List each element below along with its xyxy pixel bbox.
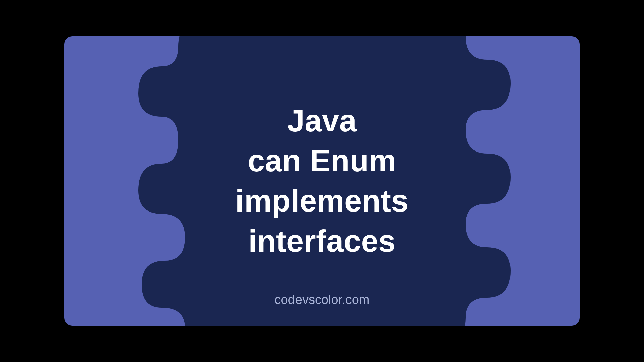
title-container: Java can Enum implements interfaces (64, 36, 580, 326)
banner-card: Java can Enum implements interfaces code… (64, 36, 580, 326)
title-line-1: Java (287, 101, 357, 141)
footer-attribution: codevscolor.com (64, 293, 580, 307)
title-line-2: can Enum (248, 141, 396, 181)
title-line-4: interfaces (248, 221, 396, 261)
title-line-3: implements (235, 181, 409, 221)
